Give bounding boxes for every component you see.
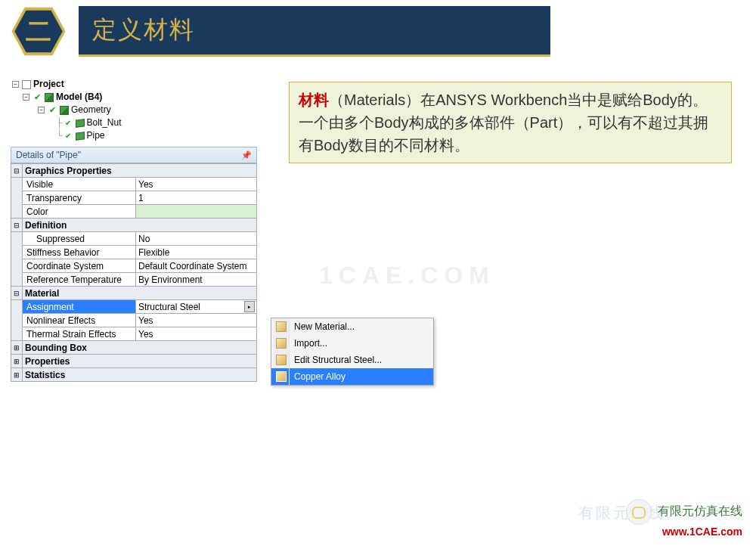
section-badge: 二 xyxy=(11,7,67,57)
properties-table: ⊟Graphics Properties VisibleYes Transpar… xyxy=(11,163,257,382)
menu-item-new-material[interactable]: New Material... xyxy=(271,318,433,335)
new-material-icon xyxy=(276,321,287,332)
info-highlight: 材料 xyxy=(299,91,329,108)
collapse-icon[interactable]: ⊟ xyxy=(11,219,23,232)
expand-icon[interactable]: ⊞ xyxy=(11,341,23,355)
info-text: （Materials）在ANSYS Workbench当中是赋给Body的。一个… xyxy=(299,91,708,154)
prop-value[interactable]: Yes xyxy=(136,314,257,327)
tree-label: Project xyxy=(33,78,64,91)
color-field[interactable] xyxy=(136,205,257,219)
tree-label: Model (B4) xyxy=(56,91,102,104)
prop-value[interactable]: Yes xyxy=(136,178,257,191)
menu-item-import[interactable]: Import... xyxy=(271,335,433,352)
prop-value[interactable]: By Environment xyxy=(136,273,257,287)
edit-material-icon xyxy=(276,355,287,365)
category-statistics[interactable]: Statistics xyxy=(23,368,257,382)
import-icon xyxy=(276,338,287,349)
prop-key: Visible xyxy=(23,178,136,191)
assignment-value: Structural Steel xyxy=(138,302,200,312)
tree-item-body[interactable]: ├ ✔ Bolt_Nut xyxy=(12,116,254,129)
outline-tree[interactable]: − Project − ✔ Model (B4) − ✔ Geometry ├ … xyxy=(12,78,254,142)
prop-value[interactable]: 1 xyxy=(136,191,257,205)
tree-connector-icon: └ xyxy=(56,129,63,142)
assignment-dropdown[interactable]: Structural Steel▸ xyxy=(136,300,257,314)
collapse-icon[interactable]: − xyxy=(23,94,29,101)
tree-connector-icon: ├ xyxy=(56,116,63,129)
prop-value[interactable]: Yes xyxy=(136,327,257,341)
material-context-menu: New Material... Import... Edit Structura… xyxy=(271,318,434,386)
brand-url: www.1CAE.com xyxy=(662,526,742,538)
prop-key: Stiffness Behavior xyxy=(23,246,136,259)
prop-key-assignment: Assignment xyxy=(23,300,136,314)
category-material[interactable]: Material xyxy=(23,287,257,300)
body-icon xyxy=(76,132,85,140)
menu-item-copper-alloy[interactable]: Copper Alloy xyxy=(271,368,433,385)
menu-item-edit-steel[interactable]: Edit Structural Steel... xyxy=(271,352,433,368)
tree-label: Bolt_Nut xyxy=(87,116,122,129)
prop-key: Nonlinear Effects xyxy=(23,314,136,327)
check-icon: ✔ xyxy=(32,92,42,103)
page-title: 定义材料 xyxy=(79,6,550,57)
watermark-text: 1CAE.COM xyxy=(319,262,495,290)
check-icon: ✔ xyxy=(63,131,73,141)
category-graphics[interactable]: Graphics Properties xyxy=(23,164,257,178)
pushpin-icon[interactable]: 📌 xyxy=(241,150,252,160)
prop-key: Thermal Strain Effects xyxy=(23,327,136,341)
prop-value[interactable]: No xyxy=(136,232,257,246)
section-number: 二 xyxy=(14,10,64,54)
geometry-icon xyxy=(60,106,69,115)
prop-key: Suppressed xyxy=(23,232,136,246)
check-icon: ✔ xyxy=(47,105,57,116)
tree-label: Pipe xyxy=(87,129,105,142)
expand-icon[interactable]: ⊞ xyxy=(11,368,23,382)
expand-icon[interactable]: ⊞ xyxy=(11,355,23,368)
category-bbox[interactable]: Bounding Box xyxy=(23,341,257,355)
tree-label: Geometry xyxy=(71,104,111,116)
model-icon xyxy=(45,93,54,102)
details-title: Details of "Pipe" xyxy=(16,150,81,160)
wechat-icon xyxy=(626,499,652,525)
tree-item-body[interactable]: └ ✔ Pipe xyxy=(12,129,254,142)
prop-key: Color xyxy=(23,205,136,219)
menu-label: New Material... xyxy=(294,321,355,332)
menu-label: Edit Structural Steel... xyxy=(294,355,382,365)
menu-label: Import... xyxy=(294,338,327,349)
collapse-icon[interactable]: − xyxy=(12,81,19,88)
collapse-icon[interactable]: ⊟ xyxy=(11,164,23,178)
collapse-icon[interactable]: − xyxy=(38,107,45,113)
prop-key: Reference Temperature xyxy=(23,273,136,287)
prop-key: Transparency xyxy=(23,191,136,205)
info-callout: 材料（Materials）在ANSYS Workbench当中是赋给Body的。… xyxy=(289,82,732,163)
brand-footer: 有限元仿真在线 www.1CAE.com xyxy=(626,499,742,538)
prop-value[interactable]: Flexible xyxy=(136,246,257,259)
tree-item-model[interactable]: − ✔ Model (B4) xyxy=(12,91,254,104)
menu-label: Copper Alloy xyxy=(294,371,345,382)
details-panel-header: Details of "Pipe" 📌 xyxy=(11,147,257,163)
collapse-icon[interactable]: ⊟ xyxy=(11,287,23,300)
dropdown-arrow-icon[interactable]: ▸ xyxy=(244,301,255,312)
prop-key: Coordinate System xyxy=(23,259,136,273)
category-properties[interactable]: Properties xyxy=(23,355,257,368)
prop-value[interactable]: Default Coordinate System xyxy=(136,259,257,273)
material-icon xyxy=(276,371,287,382)
project-icon xyxy=(22,80,31,89)
tree-item-project[interactable]: − Project xyxy=(12,78,254,91)
category-definition[interactable]: Definition xyxy=(23,219,257,232)
brand-text: 有限元仿真在线 xyxy=(658,504,742,517)
body-icon xyxy=(76,119,85,127)
check-icon: ✔ xyxy=(63,118,73,129)
tree-item-geometry[interactable]: − ✔ Geometry xyxy=(12,104,254,116)
